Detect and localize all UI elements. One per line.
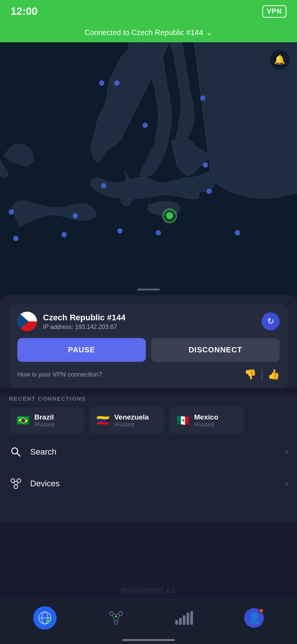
- map-area: 🔔: [0, 42, 297, 295]
- svg-point-7: [61, 232, 67, 237]
- watermark: mobilenet.cz: [121, 585, 176, 595]
- svg-point-13: [9, 209, 14, 215]
- svg-point-8: [117, 228, 122, 234]
- svg-point-12: [235, 230, 240, 235]
- nav-nodes[interactable]: [108, 610, 124, 626]
- connection-bar[interactable]: Connected to Czech Republic #144 ⌄: [0, 23, 297, 42]
- disconnect-button[interactable]: DISCONNECT: [151, 338, 280, 362]
- bottom-panel: Czech Republic #144 IP address: 193.142.…: [0, 295, 297, 388]
- recent-item-mexico[interactable]: 🇲🇽 Mexico #Fastest: [169, 407, 244, 433]
- svg-line-34: [112, 615, 115, 621]
- signal-icon: [175, 611, 193, 625]
- status-time: 12:00: [11, 5, 38, 17]
- venezuela-tag: #Fastest: [114, 421, 149, 427]
- server-card: Czech Republic #144 IP address: 193.142.…: [9, 304, 288, 388]
- thumbs-up-button[interactable]: 👍: [268, 369, 280, 380]
- nav-speed[interactable]: [175, 611, 193, 625]
- server-name: Czech Republic #144: [43, 313, 126, 323]
- brazil-flag-icon: 🇧🇷: [17, 414, 30, 427]
- svg-point-19: [11, 479, 15, 483]
- devices-label: Devices: [30, 479, 60, 489]
- notification-button[interactable]: 🔔: [270, 50, 289, 69]
- rating-divider: [262, 369, 262, 380]
- bell-icon: 🔔: [274, 54, 285, 65]
- status-bar: 12:00 VPN: [0, 0, 297, 23]
- svg-point-28: [46, 619, 50, 623]
- svg-point-6: [73, 213, 78, 218]
- svg-line-24: [17, 482, 18, 485]
- search-chevron-icon: ›: [285, 447, 288, 457]
- devices-icon-wrap: [9, 478, 23, 490]
- brazil-info: Brazil #Fastest: [34, 413, 55, 427]
- chevron-down-icon: ⌄: [206, 28, 213, 37]
- nodes-icon: [108, 610, 124, 626]
- search-icon-wrap: [9, 446, 23, 458]
- svg-line-35: [117, 615, 120, 621]
- home-indicator: [122, 639, 175, 641]
- rating-icons: 👎 👍: [244, 369, 280, 380]
- recent-item-venezuela[interactable]: 🇻🇪 Venezuela #Fastest: [89, 407, 164, 433]
- avatar: 👤: [244, 608, 264, 628]
- recent-item-brazil[interactable]: 🇧🇷 Brazil #Fastest: [9, 407, 84, 433]
- recent-connections-label: RECENT CONNECTIONS: [9, 395, 288, 402]
- pause-button[interactable]: PAUSE: [17, 338, 146, 362]
- svg-point-5: [101, 183, 106, 188]
- mexico-flag-icon: 🇲🇽: [176, 414, 190, 427]
- svg-point-3: [142, 123, 148, 128]
- mexico-info: Mexico #Fastest: [194, 413, 218, 427]
- svg-point-16: [166, 212, 173, 219]
- svg-point-14: [13, 236, 18, 241]
- nav-home[interactable]: [33, 606, 57, 630]
- venezuela-info: Venezuela #Fastest: [114, 413, 149, 427]
- notification-dot: [259, 608, 264, 613]
- brazil-country: Brazil: [34, 413, 55, 421]
- mexico-country: Mexico: [194, 413, 218, 421]
- svg-point-21: [14, 485, 18, 489]
- refresh-icon: ↻: [267, 317, 274, 326]
- czech-flag: [17, 312, 37, 331]
- search-icon: [10, 446, 21, 458]
- action-buttons: PAUSE DISCONNECT: [17, 338, 280, 362]
- rating-row: How is your VPN connection? 👎 👍: [17, 369, 280, 380]
- bottom-nav: 👤: [0, 599, 297, 644]
- brazil-tag: #Fastest: [34, 421, 55, 427]
- drag-handle: [137, 289, 160, 290]
- search-menu-item[interactable]: Search ›: [0, 437, 297, 468]
- svg-point-1: [99, 80, 104, 86]
- svg-point-20: [17, 479, 21, 483]
- svg-point-9: [203, 162, 208, 168]
- venezuela-flag-icon: 🇻🇪: [96, 414, 110, 427]
- devices-menu-left: Devices: [9, 478, 60, 490]
- menu-section: Search › Devices ›: [0, 437, 297, 500]
- search-label: Search: [30, 447, 57, 457]
- vpn-badge: VPN: [262, 5, 286, 18]
- thumbs-down-button[interactable]: 👎: [244, 369, 256, 380]
- svg-point-10: [207, 189, 212, 194]
- server-header: Czech Republic #144 IP address: 193.142.…: [17, 312, 280, 331]
- search-menu-left: Search: [9, 446, 57, 458]
- server-ip: IP address: 193.142.203.67: [43, 324, 126, 330]
- rating-question: How is your VPN connection?: [17, 371, 102, 378]
- svg-point-4: [200, 95, 205, 101]
- devices-chevron-icon: ›: [285, 479, 288, 489]
- venezuela-country: Venezuela: [114, 413, 149, 421]
- devices-menu-item[interactable]: Devices ›: [0, 468, 297, 500]
- svg-point-31: [114, 621, 118, 624]
- globe-icon: [33, 606, 57, 630]
- mexico-tag: #Fastest: [194, 421, 218, 427]
- refresh-server-button[interactable]: ↻: [262, 312, 280, 330]
- svg-line-23: [14, 482, 15, 485]
- svg-line-18: [17, 453, 20, 456]
- connection-label: Connected to Czech Republic #144: [84, 28, 203, 37]
- devices-icon: [10, 478, 22, 490]
- svg-point-29: [110, 612, 113, 615]
- svg-point-2: [114, 80, 119, 86]
- svg-point-32: [115, 615, 117, 618]
- recent-connections-list: 🇧🇷 Brazil #Fastest 🇻🇪 Venezuela #Fastest…: [0, 407, 297, 433]
- nav-profile[interactable]: 👤: [244, 608, 264, 628]
- server-info: Czech Republic #144 IP address: 193.142.…: [17, 312, 126, 331]
- svg-point-30: [119, 612, 122, 615]
- recent-connections-section: RECENT CONNECTIONS 🇧🇷 Brazil #Fastest 🇻🇪…: [0, 395, 297, 437]
- svg-point-11: [156, 230, 161, 235]
- server-details: Czech Republic #144 IP address: 193.142.…: [43, 313, 126, 330]
